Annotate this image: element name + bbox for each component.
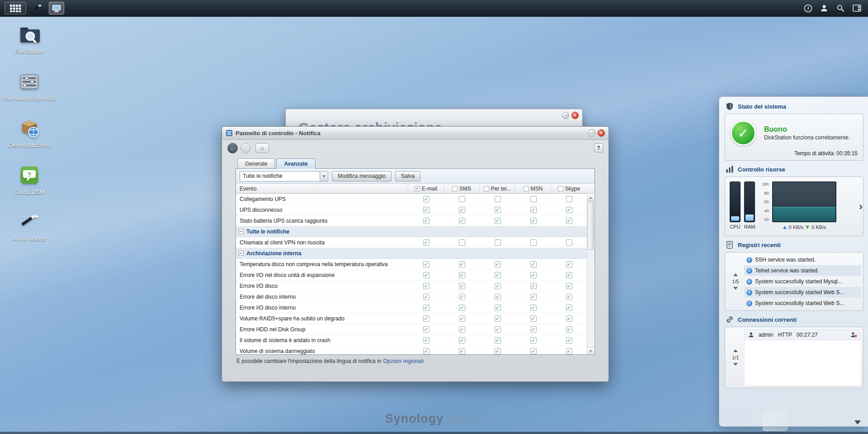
table-row[interactable]: Chiamata al client VPN non riuscita	[236, 237, 594, 248]
desktop-icon-package-center[interactable]: Centro pacchetti	[3, 117, 56, 149]
desktop-icon-control-panel[interactable]: Pannello di controllo	[3, 71, 56, 102]
window-title-bar[interactable]: Pannello di controllo - Notifica – ✕	[222, 127, 609, 140]
table-row[interactable]: UPS disconnesso	[236, 205, 594, 215]
regional-options-link[interactable]: Opzioni regionali	[383, 358, 423, 364]
save-button[interactable]: Salva	[395, 171, 420, 181]
table-row[interactable]: Errore HDD nel Disk Group	[236, 324, 594, 335]
search-button[interactable]	[834, 2, 847, 14]
msn-checkbox[interactable]	[530, 272, 537, 278]
email-checkbox[interactable]	[423, 218, 429, 224]
collapse-icon[interactable]: −	[239, 229, 244, 234]
msn-checkbox[interactable]	[530, 337, 537, 343]
sms-checkbox[interactable]	[459, 272, 465, 278]
email-checkbox[interactable]	[423, 294, 429, 300]
tab-generale[interactable]: Generale	[237, 158, 275, 169]
skype-checkbox[interactable]	[566, 239, 572, 246]
skype-checkbox[interactable]	[566, 305, 572, 311]
table-row[interactable]: Errore I/O disco interno	[236, 302, 594, 313]
msn-checkbox[interactable]	[530, 207, 537, 213]
sms-checkbox[interactable]	[459, 294, 465, 300]
sms-checkbox[interactable]	[459, 239, 465, 246]
email-checkbox[interactable]	[423, 261, 429, 267]
sms-checkbox[interactable]	[459, 326, 465, 333]
skype-checkbox[interactable]	[566, 196, 572, 202]
email-checkbox[interactable]	[423, 305, 429, 311]
table-row[interactable]: Errore del disco interno	[236, 291, 594, 302]
email-checkbox[interactable]	[423, 315, 429, 322]
table-section-row[interactable]: − Tutte le notifiche	[236, 226, 594, 237]
log-entry[interactable]: i System successfully started Web S...	[744, 287, 861, 298]
tab-avanzate[interactable]: Avanzate	[276, 158, 315, 169]
panel-collapse-chevron[interactable]	[854, 420, 861, 424]
skype-checkbox[interactable]	[566, 207, 572, 213]
table-row[interactable]: Errore I/O nel disco unità di espansione	[236, 270, 594, 281]
column-checkbox-email[interactable]	[415, 186, 420, 191]
phone-checkbox[interactable]	[495, 239, 501, 246]
phone-checkbox[interactable]	[495, 261, 501, 267]
show-desktop-button[interactable]	[49, 2, 64, 14]
disconnect-user-button[interactable]	[850, 332, 857, 338]
msn-checkbox[interactable]	[530, 326, 537, 333]
email-checkbox[interactable]	[423, 283, 429, 289]
table-section-row[interactable]: − Archiviazione interna	[236, 248, 594, 259]
column-header-email[interactable]: E-mail	[408, 184, 444, 193]
main-menu-button[interactable]	[5, 2, 26, 14]
skype-checkbox[interactable]	[566, 337, 572, 343]
scroll-down-button[interactable]: ▼	[587, 347, 594, 354]
edit-message-button[interactable]: Modifica messaggio	[332, 171, 392, 181]
pager-up-icon[interactable]	[733, 273, 738, 276]
sms-checkbox[interactable]	[459, 305, 465, 311]
email-checkbox[interactable]	[423, 239, 429, 246]
column-header-per-tel[interactable]: Per tel...	[480, 184, 515, 193]
log-entry[interactable]: i System successfully started Web S...	[744, 298, 861, 309]
pager-down-icon[interactable]	[733, 363, 738, 366]
sms-checkbox[interactable]	[459, 315, 465, 322]
phone-checkbox[interactable]	[495, 218, 501, 224]
table-row[interactable]: Stato batteria UPS scarica raggiunto	[236, 215, 594, 226]
minimize-button[interactable]: –	[562, 112, 569, 119]
phone-checkbox[interactable]	[495, 337, 501, 343]
msn-checkbox[interactable]	[530, 261, 537, 267]
table-row[interactable]: Temperatura disco non compresa nella tem…	[236, 259, 594, 270]
column-checkbox-per-tel[interactable]	[484, 186, 489, 191]
close-button[interactable]: ✕	[598, 129, 605, 137]
email-checkbox[interactable]	[423, 196, 429, 202]
desktop-icon-quick-start[interactable]: Avvio veloce	[3, 211, 56, 243]
msn-checkbox[interactable]	[530, 305, 537, 311]
msn-checkbox[interactable]	[530, 348, 537, 354]
table-row[interactable]: Volume RAID5+spare ha subito un degrado	[236, 313, 594, 324]
skype-checkbox[interactable]	[566, 261, 572, 267]
minimize-button[interactable]: –	[588, 129, 595, 137]
quick-launch-button[interactable]	[30, 2, 45, 14]
msn-checkbox[interactable]	[530, 218, 537, 224]
table-row[interactable]: Collegamento UPS	[236, 194, 594, 205]
sms-checkbox[interactable]	[459, 283, 465, 289]
desktop-icon-dsm-help[interactable]: ? Guida DSM	[3, 164, 56, 196]
sms-checkbox[interactable]	[459, 207, 465, 213]
skype-checkbox[interactable]	[566, 218, 572, 224]
help-button[interactable]: i	[801, 2, 815, 14]
phone-checkbox[interactable]	[495, 207, 501, 213]
msn-checkbox[interactable]	[530, 315, 537, 322]
email-checkbox[interactable]	[423, 207, 429, 213]
column-checkbox-msn[interactable]	[524, 186, 529, 191]
msn-checkbox[interactable]	[530, 294, 537, 300]
phone-checkbox[interactable]	[495, 196, 501, 202]
pager-up-icon[interactable]	[733, 349, 738, 352]
log-entry[interactable]: i SSH service was started.	[744, 254, 861, 265]
phone-checkbox[interactable]	[495, 305, 501, 311]
sms-checkbox[interactable]	[459, 196, 465, 202]
scrollbar-thumb[interactable]	[588, 202, 594, 250]
email-checkbox[interactable]	[423, 337, 429, 343]
msn-checkbox[interactable]	[530, 283, 537, 289]
phone-checkbox[interactable]	[495, 326, 501, 333]
email-checkbox[interactable]	[423, 348, 429, 354]
log-entry[interactable]: i System successfully started Mysql...	[744, 276, 861, 287]
msn-checkbox[interactable]	[530, 239, 537, 246]
table-row[interactable]: Il volume di sistema è andato in crash	[236, 335, 594, 346]
phone-checkbox[interactable]	[495, 348, 501, 354]
column-header-msn[interactable]: MSN	[515, 184, 551, 193]
phone-checkbox[interactable]	[495, 294, 501, 300]
back-button[interactable]: ←	[227, 143, 238, 153]
skype-checkbox[interactable]	[566, 315, 572, 322]
